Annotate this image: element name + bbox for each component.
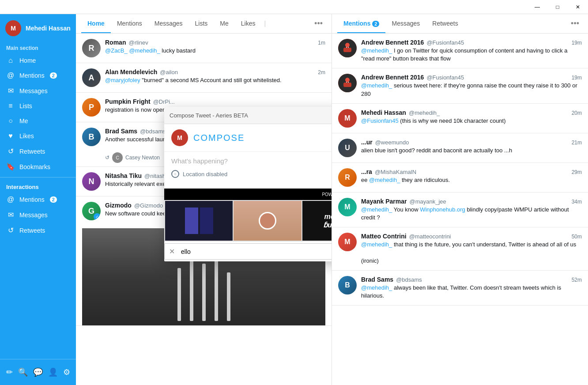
- list-item: A Andrew Bennett 2016 @Fusionfan45 19m @: [332, 34, 588, 68]
- mention-time: 50m: [572, 234, 582, 240]
- avatar: R: [338, 168, 357, 187]
- compose-header: M COMPOSE 140: [164, 124, 332, 152]
- mention-header: ...ur @weemundo 21m: [361, 139, 582, 146]
- retweeter-name: Casey Newton: [125, 155, 160, 161]
- chat-button[interactable]: 💬: [30, 365, 45, 380]
- tweet-handle: @ailon: [160, 69, 178, 75]
- mention-link[interactable]: @mehedih_: [129, 47, 160, 54]
- tweet-time: 1m: [318, 40, 325, 46]
- tab-right-mentions[interactable]: Mentions 2: [337, 15, 385, 33]
- sidebar-item-int-mentions[interactable]: @ Mentions 2: [0, 192, 76, 207]
- sidebar-item-messages[interactable]: ✉ Messages: [0, 83, 76, 98]
- andrew-avatar-svg: A: [338, 39, 357, 57]
- window-controls[interactable]: — □ ✕: [527, 0, 588, 14]
- tab-messages[interactable]: Messages: [148, 15, 189, 33]
- sidebar-item-me-label: Me: [19, 117, 28, 125]
- retweet-icon: ↺: [105, 155, 109, 161]
- external-link[interactable]: Winphonehub.org: [420, 206, 465, 213]
- gif-item-3[interactable]: meaning ɓuıuɐǝɯ: [302, 201, 332, 241]
- sidebar-item-home[interactable]: ⌂ Home: [0, 53, 76, 68]
- edit-button[interactable]: ✏: [4, 365, 15, 380]
- search-button[interactable]: 🔍: [15, 365, 30, 380]
- close-button[interactable]: ✕: [568, 0, 588, 14]
- svg-point-6: [345, 78, 350, 82]
- minimize-button[interactable]: —: [527, 0, 547, 14]
- mention-link[interactable]: @ZacB_: [105, 47, 128, 54]
- tweet-name: Roman: [105, 39, 126, 46]
- tweet-content: Alan Mendelevich @ailon 2m @maryjofoley …: [105, 68, 325, 87]
- sidebar-item-bookmarks-label: Bookmarks: [19, 163, 50, 170]
- mention-link[interactable]: @mehedih_: [361, 82, 392, 89]
- sidebar-item-int-messages[interactable]: ✉ Messages: [0, 207, 76, 223]
- tab-mentions[interactable]: Mentions: [111, 15, 148, 33]
- tab-me[interactable]: Me: [214, 15, 234, 33]
- mention-link[interactable]: @mehedih_: [361, 284, 392, 291]
- mention-name: Matteo Contrini: [361, 233, 407, 240]
- tweet-header: Alan Mendelevich @ailon 2m: [105, 68, 325, 75]
- app-body: M Mehedi Hassan Main section ⌂ Home @ Me…: [0, 14, 588, 385]
- int-messages-icon: ✉: [6, 211, 15, 219]
- compose-location[interactable]: ○ Location disabled: [171, 170, 332, 178]
- sidebar-user[interactable]: M Mehedi Hassan: [0, 14, 76, 42]
- avatar: M: [338, 198, 357, 216]
- profile-button[interactable]: 👤: [45, 365, 60, 380]
- location-icon: ○: [171, 170, 179, 178]
- avatar: A: [82, 68, 101, 87]
- sidebar-item-mentions[interactable]: @ Mentions 2: [0, 68, 76, 83]
- mention-name: ...ra: [361, 168, 372, 175]
- sidebar-item-me[interactable]: ○ Me: [0, 113, 76, 128]
- mention-link[interactable]: @mehedih_: [361, 47, 392, 54]
- compose-placeholder: What's happening?: [171, 157, 332, 165]
- compose-search-input[interactable]: [179, 245, 332, 259]
- likes-icon: ♥: [6, 132, 15, 140]
- gif-grid: meaning ɓuıuɐǝɯ: [164, 200, 332, 242]
- mention-link[interactable]: @mehedih_: [369, 177, 400, 183]
- tab-right-messages[interactable]: Messages: [385, 15, 426, 33]
- tab-home[interactable]: Home: [81, 15, 111, 33]
- gif-item-2[interactable]: [234, 201, 301, 241]
- mention-name: Andrew Bennett 2016: [361, 39, 424, 46]
- avatar: A: [338, 74, 357, 92]
- mention-link[interactable]: @maryjofoley: [105, 77, 140, 83]
- sidebar: M Mehedi Hassan Main section ⌂ Home @ Me…: [0, 14, 76, 385]
- settings-button[interactable]: ⚙: [60, 365, 73, 380]
- avatar: P: [82, 98, 101, 117]
- interactions-label: Interactions: [0, 180, 76, 192]
- compose-input-clear-button[interactable]: ✕: [165, 244, 179, 259]
- sidebar-item-likes[interactable]: ♥ Likes: [0, 128, 76, 143]
- mention-link[interactable]: @mehedih_: [361, 206, 392, 213]
- gif-item-1[interactable]: [165, 201, 233, 241]
- sidebar-item-retweets-label: Retweets: [19, 148, 45, 155]
- sidebar-item-retweets[interactable]: ↺ Retweets: [0, 143, 76, 159]
- int-mentions-badge: 2: [50, 196, 57, 203]
- mention-handle: @weemundo: [375, 139, 409, 146]
- sidebar-item-int-retweets[interactable]: ↺ Retweets: [0, 223, 76, 238]
- feed-nav-more-button[interactable]: •••: [311, 17, 326, 30]
- mention-link[interactable]: @Fusionfan45: [361, 117, 399, 124]
- mention-content: Andrew Bennett 2016 @Fusionfan45 19m @me…: [361, 39, 582, 63]
- tab-right-retweets[interactable]: Retweets: [426, 15, 464, 33]
- sidebar-item-bookmarks[interactable]: 🔖 Bookmarks: [0, 159, 76, 174]
- list-item: B Brad Sams @bdsams 52m @mehedih_ always…: [332, 271, 588, 306]
- tweet-handle: @DrPi...: [153, 98, 175, 105]
- main-section-label: Main section: [0, 42, 76, 53]
- list-item: A Andrew Bennett 2016 @Fusionfan45 19m @: [332, 68, 588, 103]
- mention-handle: @mayank_jee: [410, 198, 446, 205]
- tab-likes[interactable]: Likes: [235, 15, 262, 33]
- mention-time: 19m: [572, 40, 582, 46]
- mention-time: 19m: [572, 75, 582, 81]
- tab-lists[interactable]: Lists: [189, 15, 214, 33]
- sidebar-item-lists[interactable]: ≡ Lists: [0, 98, 76, 113]
- mention-header: ...ra @MishaKamalN 29m: [361, 168, 582, 175]
- mention-link[interactable]: @mehedih_: [361, 241, 392, 248]
- mention-time: 29m: [572, 169, 582, 175]
- maximize-button[interactable]: □: [547, 0, 568, 14]
- avatar: G ✓: [82, 202, 101, 220]
- tweet-handle: @bdsams: [140, 128, 166, 135]
- avatar: A: [338, 39, 357, 57]
- mention-header: Mayank Parmar @mayank_jee 34m: [361, 198, 582, 205]
- compose-search-row[interactable]: ✕ ✕ ⊞: [164, 243, 332, 260]
- right-nav-more-button[interactable]: •••: [567, 17, 583, 30]
- mention-text: alien blue isn't good? reddit and baconi…: [361, 147, 582, 155]
- mention-handle: @matteocontrini: [409, 233, 451, 240]
